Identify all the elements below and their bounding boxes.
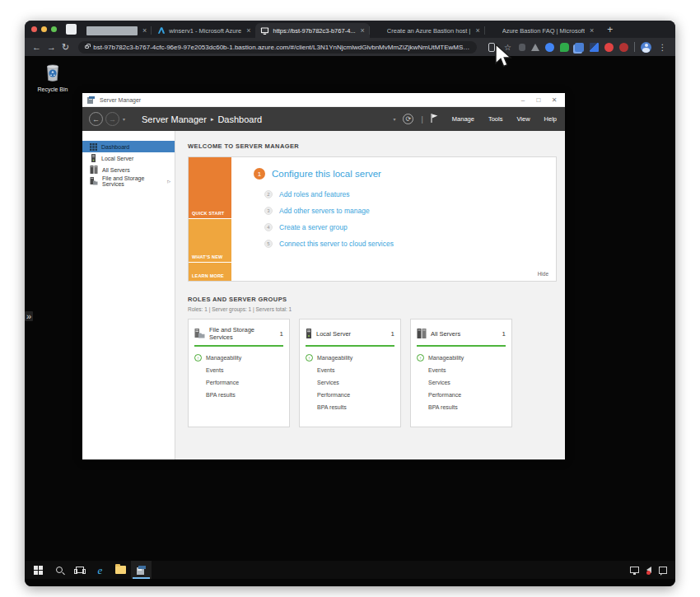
card-row-bpa[interactable]: BPA results — [306, 401, 394, 413]
card-row-manageability[interactable]: ↑ Manageability — [417, 352, 506, 364]
server-manager-titlebar[interactable]: Server Manager – □ ✕ — [82, 93, 565, 107]
profile-avatar[interactable] — [641, 42, 651, 53]
start-button[interactable] — [28, 561, 49, 579]
macos-zoom-button[interactable] — [51, 26, 57, 32]
tab-azure-portal[interactable]: winserv1 - Microsoft Azure × — [152, 23, 255, 38]
tab-close-icon[interactable]: × — [475, 26, 479, 35]
quick-start-tab[interactable]: QUICK START — [189, 157, 231, 218]
step-link[interactable]: Configure this local server — [272, 169, 381, 179]
window-title: Server Manager — [100, 97, 513, 103]
card-row-bpa[interactable]: BPA results — [417, 401, 506, 413]
tab-title: winserv1 - Microsoft Azure — [169, 27, 241, 35]
back-icon[interactable]: ← — [32, 43, 41, 52]
breadcrumb-root[interactable]: Server Manager — [142, 114, 207, 124]
roles-summary: Roles: 1 | Server groups: 1 | Servers to… — [188, 306, 557, 312]
file-explorer-button[interactable] — [110, 561, 131, 579]
card-title: File and Storage Services — [209, 326, 276, 341]
card-row-manageability[interactable]: ↑ Manageability — [306, 352, 394, 364]
recycle-bin[interactable]: Recycle Bin — [35, 61, 71, 92]
tab-redacted[interactable]: × — [82, 23, 152, 38]
sidebar-item-file-storage-services[interactable]: File and Storage Services ▷ — [82, 175, 175, 187]
card-all-servers[interactable]: All Servers 1 ↑ Manageability Events Ser… — [410, 319, 512, 427]
notifications-caret-icon[interactable]: ▾ — [393, 116, 395, 122]
extension-icon[interactable] — [590, 43, 599, 52]
extension-icon[interactable] — [604, 43, 614, 52]
remote-desktop[interactable]: Recycle Bin » Server Manager – □ ✕ — [25, 56, 675, 586]
microsoft-favicon — [490, 26, 499, 35]
whats-new-tab[interactable]: WHAT'S NEW — [189, 218, 231, 262]
extension-icon[interactable] — [619, 43, 628, 52]
address-bar[interactable]: bst-97b782c3-b767-4cfc-96e9-97e2053dc60b… — [78, 41, 477, 54]
menu-help[interactable]: Help — [544, 115, 557, 123]
menu-manage[interactable]: Manage — [452, 115, 474, 123]
tab-title: Azure Bastion FAQ | Microsoft — [502, 27, 585, 35]
macos-close-button[interactable] — [31, 26, 37, 32]
learn-more-tab[interactable]: LEARN MORE — [189, 262, 231, 281]
system-tray — [630, 567, 675, 574]
step-link[interactable]: Add roles and features — [279, 190, 350, 198]
back-icon[interactable]: ← — [89, 112, 103, 126]
card-row-performance[interactable]: Performance — [194, 376, 283, 389]
extension-icon[interactable] — [519, 44, 525, 51]
internet-explorer-button[interactable]: e — [90, 561, 110, 579]
menu-view[interactable]: View — [516, 115, 530, 123]
expand-chevron-icon[interactable]: ▷ — [167, 179, 170, 184]
reload-icon[interactable]: ↻ — [62, 43, 69, 52]
step-add-roles[interactable]: 2 Add roles and features — [264, 190, 556, 198]
step-connect-cloud[interactable]: 5 Connect this server to cloud services — [264, 240, 556, 248]
card-row-label: Manageability — [317, 355, 352, 361]
menu-tools[interactable]: Tools — [488, 115, 503, 123]
card-row-services[interactable]: Services — [306, 376, 394, 389]
card-row-events[interactable]: Events — [417, 364, 506, 376]
refresh-icon[interactable]: ⟳ — [403, 114, 413, 124]
hide-link[interactable]: Hide — [538, 271, 548, 277]
macos-minimize-button[interactable] — [41, 26, 47, 32]
notifications-flag-icon[interactable] — [431, 114, 438, 124]
maximize-icon[interactable]: □ — [533, 96, 544, 104]
step-link[interactable]: Add other servers to manage — [279, 207, 370, 215]
sidebar-item-dashboard[interactable]: Dashboard — [82, 141, 175, 152]
sidebar-item-local-server[interactable]: Local Server — [82, 152, 175, 164]
tab-bastion-session[interactable]: https://bst-97b782c3-b767-4... × — [255, 23, 369, 38]
history-caret-icon[interactable]: ▾ — [123, 116, 125, 122]
extension-icon[interactable] — [531, 44, 539, 51]
card-row-manageability[interactable]: ↑ Manageability — [194, 352, 283, 364]
action-center-icon[interactable] — [659, 567, 667, 574]
welcome-tile: QUICK START WHAT'S NEW LEARN MORE — [188, 156, 557, 282]
new-tab-button[interactable]: + — [607, 24, 613, 35]
bastion-panel-expander-icon[interactable]: » — [25, 311, 33, 321]
taskbar-search-button[interactable] — [49, 561, 69, 579]
card-row-services[interactable]: Services — [417, 376, 506, 389]
close-icon[interactable]: ✕ — [548, 96, 560, 104]
tab-close-icon[interactable]: × — [246, 26, 250, 35]
card-local-server[interactable]: Local Server 1 ↑ Manageability Events Se… — [299, 319, 401, 427]
tab-create-bastion-doc[interactable]: Create an Azure Bastion host | × — [370, 23, 485, 38]
card-row-events[interactable]: Events — [194, 364, 283, 376]
tab-close-icon[interactable]: × — [590, 26, 594, 35]
extension-icon[interactable] — [560, 43, 569, 52]
step-add-servers[interactable]: 3 Add other servers to manage — [264, 207, 556, 215]
card-file-storage-services[interactable]: File and Storage Services 1 ↑ Manageabil… — [188, 319, 290, 427]
step-create-group[interactable]: 4 Create a server group — [264, 223, 556, 231]
card-row-performance[interactable]: Performance — [417, 389, 506, 401]
step-configure-local-server[interactable]: 1 Configure this local server — [254, 168, 556, 180]
server-manager-taskbar-button[interactable] — [131, 561, 152, 579]
card-row-bpa[interactable]: BPA results — [194, 389, 283, 401]
card-row-events[interactable]: Events — [306, 364, 394, 376]
extension-icon[interactable] — [545, 43, 554, 52]
card-row-performance[interactable]: Performance — [306, 389, 394, 401]
extension-icon[interactable] — [575, 43, 584, 52]
sidebar-item-all-servers[interactable]: All Servers — [82, 164, 175, 175]
forward-icon[interactable]: → — [47, 43, 56, 52]
tab-close-icon[interactable]: × — [142, 26, 147, 35]
task-view-button[interactable] — [69, 561, 90, 579]
tab-close-icon[interactable]: × — [361, 26, 365, 35]
step-link[interactable]: Connect this server to cloud services — [279, 240, 394, 248]
forward-icon[interactable]: → — [105, 112, 119, 126]
tab-bastion-faq-doc[interactable]: Azure Bastion FAQ | Microsoft × — [485, 23, 600, 38]
minimize-icon[interactable]: – — [517, 96, 529, 104]
network-icon[interactable] — [630, 567, 639, 573]
step-link[interactable]: Create a server group — [279, 223, 348, 231]
chrome-menu-icon[interactable]: ⋮ — [657, 42, 668, 53]
volume-muted-icon[interactable] — [646, 567, 651, 573]
